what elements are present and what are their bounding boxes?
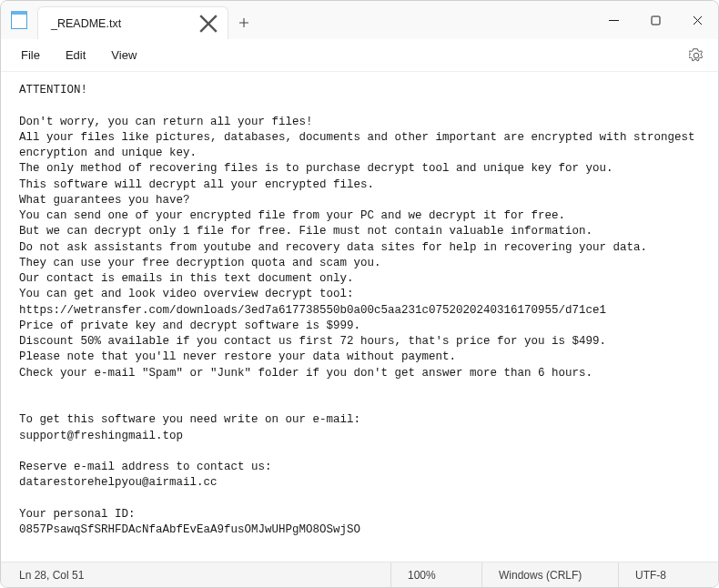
app-icon [1, 1, 37, 39]
text-area[interactable]: ATTENTION! Don't worry, you can return a… [1, 72, 718, 562]
document-tab[interactable]: _README.txt [37, 6, 228, 39]
titlebar-drag-area[interactable] [259, 1, 592, 39]
menu-file[interactable]: File [8, 43, 53, 67]
settings-button[interactable] [682, 43, 711, 68]
menu-edit[interactable]: Edit [53, 43, 98, 67]
titlebar: _README.txt [1, 1, 718, 39]
notepad-icon [11, 11, 27, 29]
close-tab-icon[interactable] [198, 14, 218, 34]
status-line-ending: Windows (CRLF) [481, 563, 618, 587]
menu-view[interactable]: View [98, 43, 149, 67]
gear-icon [689, 48, 704, 63]
maximize-button[interactable] [634, 1, 676, 39]
close-button[interactable] [676, 1, 718, 39]
minimize-button[interactable] [592, 1, 634, 39]
new-tab-button[interactable] [228, 6, 259, 39]
status-zoom: 100% [390, 563, 481, 587]
menubar: File Edit View [1, 39, 718, 72]
status-encoding: UTF-8 [618, 563, 718, 587]
window-controls [592, 1, 718, 39]
tab-title: _README.txt [51, 17, 198, 30]
svg-rect-0 [652, 16, 660, 25]
status-position: Ln 28, Col 51 [19, 563, 390, 587]
statusbar: Ln 28, Col 51 100% Windows (CRLF) UTF-8 [1, 562, 718, 587]
